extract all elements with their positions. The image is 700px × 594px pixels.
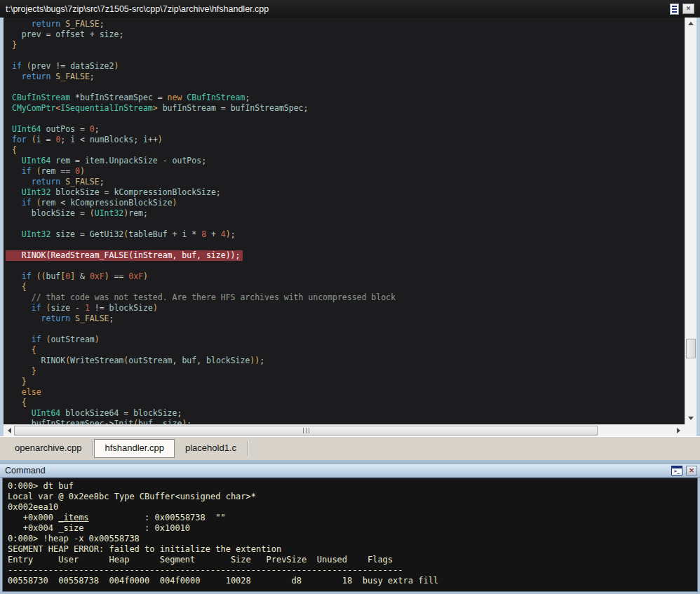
tab-divider [93,441,93,456]
file-path: t:\projects\bugs\7zip\src\7z1505-src\cpp… [6,4,670,14]
source-window-body: return S_FALSE; prev = offset + size;}if… [0,18,700,424]
code-line: return S_FALSE; [4,313,685,324]
command-prompt-icon[interactable]: >_ [671,466,682,475]
command-output-line: 0x002eea10 [8,502,697,513]
code-line: for (i = 0; i < numBlocks; i++) [4,135,685,145]
code-line: if (size - 1 != blockSize) [4,303,685,313]
code-line: bufInStreamSpec->Init(buf, size); [4,419,685,424]
source-window-titlebar[interactable]: t:\projects\bugs\7zip\src\7z1505-src\cpp… [0,0,700,18]
source-titlebar-icons: ✕ [670,4,694,15]
code-line [4,82,685,93]
command-output-line: Local var @ 0x2ee8bc Type CBuffer<unsign… [8,492,697,502]
code-editor[interactable]: return S_FALSE; prev = offset + size;}if… [4,18,685,424]
code-line: CBufInStream *bufInStreamSpec = new CBuf… [4,93,685,103]
code-line: // that code was not tested. Are there H… [4,292,685,303]
arrow-left-icon [5,428,11,433]
command-output-line: 0:000> dt buf [8,481,697,492]
command-output-line: +0x000 _items : 0x00558738 "" [8,513,697,523]
code-line: if (rem == 0) [4,166,685,177]
code-line: UInt32 size = GetUi32(tableBuf + i * 8 +… [4,229,685,240]
code-line: return S_FALSE; [4,177,685,187]
command-window-frame: 0:000> dt bufLocal var @ 0x2ee8bc Type C… [0,478,700,594]
tab-openarchive-cpp[interactable]: openarchive.cpp [4,440,92,457]
command-output[interactable]: 0:000> dt bufLocal var @ 0x2ee8bc Type C… [2,478,698,592]
command-window-title: Command [5,466,671,475]
code-line: else [4,387,685,398]
code-line: if (outStream) [4,335,685,345]
code-line: } [4,40,685,50]
code-line [4,114,685,124]
tab-placehold1-c[interactable]: placehold1.c [175,440,247,457]
command-close-icon[interactable]: ✕ [686,466,697,475]
command-output-line: ----------------------------------------… [8,565,697,576]
command-output-line: 0:000> !heap -x 0x00558738 [8,534,697,544]
current-line-highlight: RINOK(ReadStream_FALSE(inStream, buf, si… [4,250,685,261]
horizontal-scrollbar-row [0,424,700,436]
code-line: } [4,377,685,387]
code-line: { [4,398,685,408]
tab-bar: openarchive.cpphfshandler.cppplacehold1.… [0,436,700,460]
horizontal-scroll-thumb[interactable] [14,426,598,436]
code-line: RINOK(WriteStream(outStream, buf, blockS… [4,356,685,366]
vertical-scrollbar[interactable] [685,18,696,424]
windbg-app: t:\projects\bugs\7zip\src\7z1505-src\cpp… [0,0,700,594]
close-icon[interactable]: ✕ [682,4,694,14]
tab-hfshandler-cpp[interactable]: hfshandler.cpp [94,439,175,458]
arrow-down-icon [688,417,694,423]
code-line: blockSize = (UInt32)rem; [4,208,685,219]
code-line: if (rem < kCompressionBlockSize) [4,198,685,208]
code-line: CMyComPtr<ISequentialInStream> bufInStre… [4,103,685,114]
code-line [4,324,685,335]
command-output-line: 00558730 00558738 004f0000 004f0000 1002… [8,576,697,586]
code-line: { [4,345,685,356]
scroll-up-button[interactable] [685,18,696,29]
source-window: t:\projects\bugs\7zip\src\7z1505-src\cpp… [0,0,700,460]
code-line: UInt32 blockSize = kCompressionBlockSize… [4,187,685,198]
code-line [4,240,685,250]
code-line: UInt64 outPos = 0; [4,124,685,135]
code-line: } [4,366,685,377]
dml-link[interactable]: _items [58,513,88,522]
code-line: return S_FALSE; [4,72,685,82]
scroll-grip-icon [303,428,309,433]
tab-divider [248,441,248,456]
command-window: Command >_ ✕ 0:000> dt bufLocal var @ 0x… [0,464,700,594]
source-file-icon[interactable] [670,4,679,15]
code-line: UInt64 rem = item.UnpackSize - outPos; [4,156,685,166]
arrow-right-icon [677,428,683,433]
command-output-line: SEGMENT HEAP ERROR: failed to initialize… [8,544,697,555]
code-line: return S_FALSE; [4,19,685,29]
scroll-right-button[interactable] [673,425,685,436]
code-line [4,261,685,271]
vertical-scroll-thumb[interactable] [686,339,696,358]
code-line: prev = offset + size; [4,29,685,40]
scroll-down-button[interactable] [685,412,696,424]
scrollbar-corner [685,424,696,436]
horizontal-scrollbar[interactable] [4,424,685,436]
code-line: UInt64 blockSize64 = blockSize; [4,408,685,419]
arrow-up-icon [688,19,694,25]
code-line: { [4,145,685,156]
command-output-line: +0x004 _size : 0x10010 [8,523,697,534]
code-line: if (prev != dataSize2) [4,61,685,72]
command-output-line: Entry User Heap Segment Size PrevSize Un… [8,555,697,565]
code-line [4,219,685,229]
code-line: { [4,282,685,292]
command-titlebar-icons: >_ ✕ [671,466,697,475]
code-line: if ((buf[0] & 0xF) == 0xF) [4,271,685,282]
code-line [4,50,685,61]
command-window-titlebar[interactable]: Command >_ ✕ [0,464,700,478]
